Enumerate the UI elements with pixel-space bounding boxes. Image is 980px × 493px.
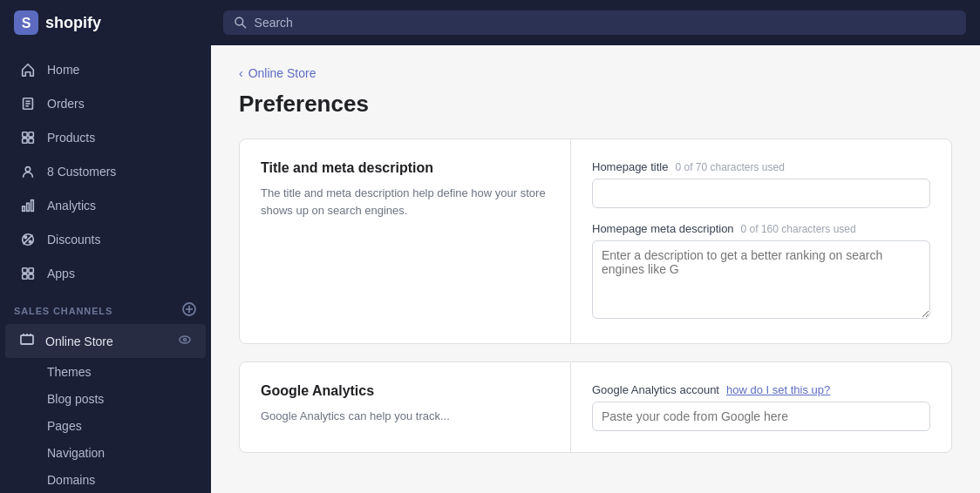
sidebar-item-discounts[interactable]: Discounts bbox=[5, 223, 206, 256]
title-meta-section-desc: The title and meta description help defi… bbox=[261, 185, 549, 219]
sidebar-item-orders-label: Orders bbox=[47, 97, 85, 111]
sidebar-item-products-label: Products bbox=[47, 131, 95, 145]
homepage-title-group: Homepage title 0 of 70 characters used bbox=[592, 160, 930, 208]
svg-rect-27 bbox=[21, 335, 33, 344]
online-store-label: Online Store bbox=[45, 334, 113, 348]
svg-point-32 bbox=[184, 339, 187, 341]
title-meta-section-title: Title and meta description bbox=[261, 160, 549, 176]
sidebar-item-analytics[interactable]: Analytics bbox=[5, 189, 206, 222]
search-bar[interactable] bbox=[223, 10, 966, 35]
homepage-meta-label: Homepage meta description 0 of 160 chara… bbox=[592, 222, 930, 235]
ga-account-input[interactable] bbox=[592, 402, 930, 431]
svg-text:S: S bbox=[22, 16, 31, 30]
sidebar-item-discounts-label: Discounts bbox=[47, 233, 100, 246]
sidebar-sub-blog-posts[interactable]: Blog posts bbox=[5, 386, 206, 412]
svg-line-3 bbox=[242, 24, 246, 28]
svg-point-31 bbox=[180, 336, 190, 343]
apps-icon bbox=[19, 265, 37, 282]
sidebar: Home Orders Products 8 Customers Analyti bbox=[0, 45, 211, 493]
homepage-meta-group: Homepage meta description 0 of 160 chara… bbox=[592, 222, 930, 322]
svg-rect-21 bbox=[29, 268, 33, 273]
page-title: Preferences bbox=[239, 91, 952, 118]
top-bar: S shopify bbox=[0, 0, 980, 45]
svg-point-17 bbox=[29, 240, 31, 243]
google-analytics-card: Google Analytics Google Analytics can he… bbox=[239, 361, 952, 453]
svg-rect-15 bbox=[31, 200, 34, 212]
search-icon bbox=[234, 16, 248, 30]
sidebar-item-apps[interactable]: Apps bbox=[5, 257, 206, 290]
sales-channels-header: SALES CHANNELS bbox=[0, 291, 211, 323]
analytics-icon bbox=[19, 197, 37, 214]
ga-section-desc: Google Analytics can help you track... bbox=[261, 408, 549, 425]
homepage-meta-hint: 0 of 160 characters used bbox=[741, 223, 856, 235]
breadcrumb-label: Online Store bbox=[248, 66, 316, 80]
svg-rect-23 bbox=[29, 274, 33, 279]
svg-rect-10 bbox=[23, 138, 27, 143]
ga-account-group: Google Analytics account how do I set th… bbox=[592, 383, 930, 431]
ga-section-title: Google Analytics bbox=[261, 383, 549, 399]
eye-icon[interactable] bbox=[178, 333, 192, 349]
main-content: ‹ Online Store Preferences Title and met… bbox=[211, 45, 980, 493]
breadcrumb-arrow: ‹ bbox=[239, 66, 243, 80]
svg-point-16 bbox=[24, 236, 27, 239]
orders-icon bbox=[19, 95, 37, 112]
products-icon bbox=[19, 129, 37, 146]
sidebar-item-products[interactable]: Products bbox=[5, 121, 206, 154]
ga-account-help-link[interactable]: how do I set this up? bbox=[726, 383, 830, 396]
svg-rect-14 bbox=[27, 203, 30, 211]
svg-rect-8 bbox=[23, 132, 27, 137]
svg-rect-22 bbox=[23, 274, 27, 279]
add-sales-channel-button[interactable] bbox=[181, 301, 197, 320]
customers-icon bbox=[19, 163, 37, 180]
homepage-meta-input[interactable] bbox=[592, 240, 930, 319]
svg-rect-9 bbox=[29, 132, 33, 137]
sidebar-item-online-store[interactable]: Online Store bbox=[5, 324, 206, 358]
homepage-title-input[interactable] bbox=[592, 179, 930, 208]
sidebar-sub-domains[interactable]: Domains bbox=[5, 467, 206, 493]
sidebar-item-apps-label: Apps bbox=[47, 267, 75, 280]
breadcrumb[interactable]: ‹ Online Store bbox=[239, 66, 952, 80]
sidebar-sub-themes[interactable]: Themes bbox=[5, 359, 206, 385]
sidebar-item-orders[interactable]: Orders bbox=[5, 87, 206, 120]
sidebar-item-customers[interactable]: 8 Customers bbox=[5, 155, 206, 188]
svg-rect-13 bbox=[23, 206, 25, 211]
home-icon bbox=[19, 61, 37, 78]
sidebar-item-home-label: Home bbox=[47, 63, 79, 77]
svg-point-12 bbox=[25, 167, 30, 172]
sidebar-sub-navigation[interactable]: Navigation bbox=[5, 440, 206, 466]
sidebar-item-customers-label: 8 Customers bbox=[47, 165, 116, 179]
layout: Home Orders Products 8 Customers Analyti bbox=[0, 45, 980, 493]
discounts-icon bbox=[19, 231, 37, 248]
online-store-icon bbox=[19, 332, 35, 350]
homepage-title-hint: 0 of 70 characters used bbox=[675, 161, 784, 173]
logo-text: shopify bbox=[45, 14, 101, 32]
sidebar-item-analytics-label: Analytics bbox=[47, 199, 96, 213]
svg-rect-11 bbox=[29, 138, 33, 143]
sidebar-sub-pages[interactable]: Pages bbox=[5, 413, 206, 439]
search-input[interactable] bbox=[255, 16, 956, 30]
homepage-title-label: Homepage title 0 of 70 characters used bbox=[592, 160, 930, 173]
title-meta-card: Title and meta description The title and… bbox=[239, 138, 952, 344]
svg-rect-20 bbox=[23, 268, 27, 273]
shopify-logo-icon: S bbox=[14, 10, 38, 35]
ga-account-label: Google Analytics account how do I set th… bbox=[592, 383, 930, 396]
sidebar-item-home[interactable]: Home bbox=[5, 53, 206, 86]
logo-area: S shopify bbox=[14, 10, 223, 35]
